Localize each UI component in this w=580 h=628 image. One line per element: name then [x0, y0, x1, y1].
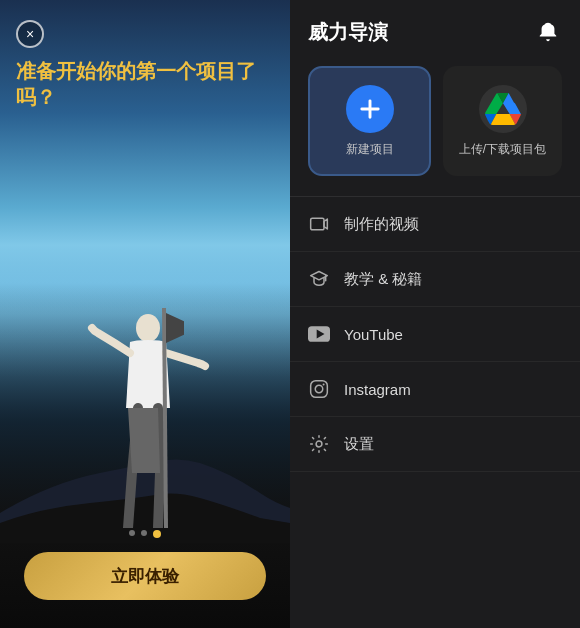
cta-label: 立即体验	[111, 565, 179, 588]
menu-item-made-videos[interactable]: 制作的视频	[290, 197, 580, 252]
notification-bell-button[interactable]	[534, 18, 562, 46]
cta-button[interactable]: 立即体验	[24, 552, 266, 600]
youtube-label: YouTube	[344, 326, 403, 343]
svg-point-10	[316, 441, 322, 447]
upload-project-card[interactable]: 上传/下载项目包	[443, 66, 562, 176]
dot-1	[129, 530, 135, 536]
menu-item-settings[interactable]: 设置	[290, 417, 580, 472]
made-videos-label: 制作的视频	[344, 215, 419, 234]
new-project-label: 新建项目	[346, 141, 394, 158]
dot-2	[141, 530, 147, 536]
project-cards: 新建项目 上传/下载项目包	[290, 58, 580, 196]
svg-rect-7	[311, 381, 328, 398]
left-panel: × 准备开始你的第一个项目了吗？ 立即体验	[0, 0, 290, 628]
upload-project-label: 上传/下载项目包	[459, 141, 546, 158]
new-project-card[interactable]: 新建项目	[308, 66, 431, 176]
svg-rect-3	[311, 218, 324, 230]
pagination-dots	[129, 530, 161, 538]
right-header: 威力导演	[290, 0, 580, 58]
close-icon: ×	[26, 26, 34, 42]
video-icon	[308, 213, 330, 235]
instagram-label: Instagram	[344, 381, 411, 398]
svg-marker-2	[166, 313, 184, 343]
menu-item-youtube[interactable]: YouTube	[290, 307, 580, 362]
menu-section: 制作的视频 教学 & 秘籍 YouTube	[290, 197, 580, 628]
graduation-icon	[308, 268, 330, 290]
gear-icon	[308, 433, 330, 455]
header-area: ×	[16, 20, 44, 48]
menu-item-instagram[interactable]: Instagram	[290, 362, 580, 417]
dot-3	[153, 530, 161, 538]
onboarding-title: 准备开始你的第一个项目了吗？	[16, 58, 274, 110]
settings-label: 设置	[344, 435, 374, 454]
svg-line-1	[164, 308, 166, 528]
close-button[interactable]: ×	[16, 20, 44, 48]
pole	[154, 308, 184, 528]
instagram-icon	[308, 378, 330, 400]
menu-item-tutorials[interactable]: 教学 & 秘籍	[290, 252, 580, 307]
person-silhouette	[70, 298, 220, 528]
youtube-icon	[308, 323, 330, 345]
svg-point-8	[315, 385, 323, 393]
new-project-icon	[346, 85, 394, 133]
right-panel: 威力导演 新建项目	[290, 0, 580, 628]
tutorials-label: 教学 & 秘籍	[344, 270, 422, 289]
app-title: 威力导演	[308, 19, 388, 46]
upload-project-icon	[479, 85, 527, 133]
svg-point-9	[323, 383, 325, 385]
